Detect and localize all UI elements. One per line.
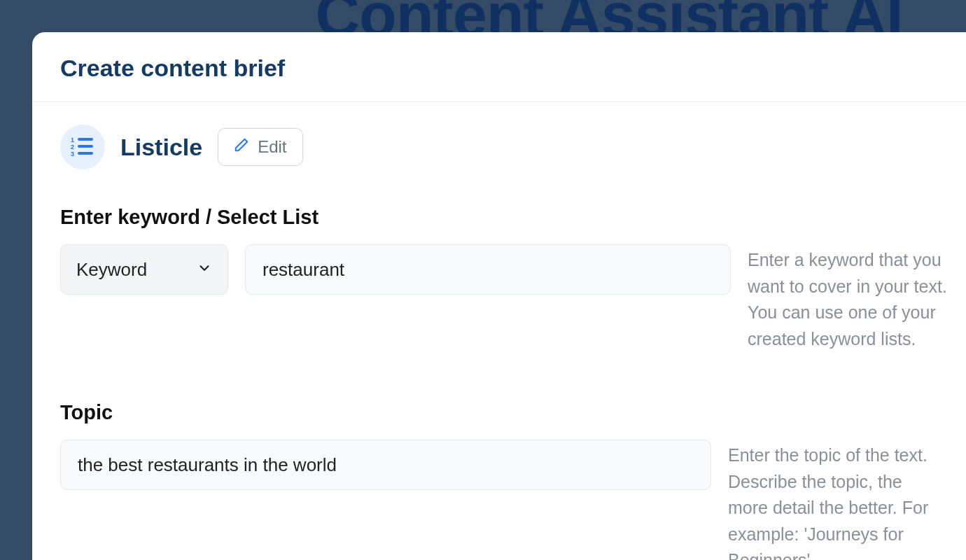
svg-text:3: 3 [71, 150, 74, 158]
svg-text:1: 1 [71, 136, 74, 144]
panel-title: Create content brief [60, 55, 938, 82]
keyword-input[interactable] [245, 244, 731, 295]
content-type-row: 1 2 3 Listicle Edit [60, 125, 938, 169]
keyword-mode-select[interactable]: Keyword [60, 244, 228, 295]
topic-row: Enter the topic of the text. Describe th… [60, 440, 938, 560]
edit-button-label: Edit [258, 137, 286, 157]
panel-header: Create content brief [32, 32, 966, 102]
keyword-section-label: Enter keyword / Select List [60, 206, 938, 229]
keyword-row: Keyword Enter a keyword that you want to… [60, 244, 938, 352]
content-brief-panel: Create content brief 1 2 3 Listicle [32, 32, 966, 560]
edit-content-type-button[interactable]: Edit [218, 128, 302, 166]
chevron-down-icon [197, 259, 212, 281]
pencil-icon [234, 137, 249, 157]
listicle-icon: 1 2 3 [60, 125, 105, 169]
topic-section-label: Topic [60, 401, 938, 424]
keyword-help-text: Enter a keyword that you want to cover i… [748, 244, 958, 352]
svg-rect-5 [78, 152, 93, 155]
topic-help-text: Enter the topic of the text. Describe th… [728, 440, 938, 560]
svg-text:2: 2 [71, 144, 74, 150]
svg-rect-3 [78, 138, 93, 141]
keyword-mode-value: Keyword [76, 259, 147, 281]
content-type-title: Listicle [120, 134, 202, 161]
topic-input[interactable] [60, 440, 711, 490]
svg-rect-4 [78, 145, 93, 148]
panel-body: 1 2 3 Listicle Edit Enter keyword / Sele [32, 102, 966, 560]
